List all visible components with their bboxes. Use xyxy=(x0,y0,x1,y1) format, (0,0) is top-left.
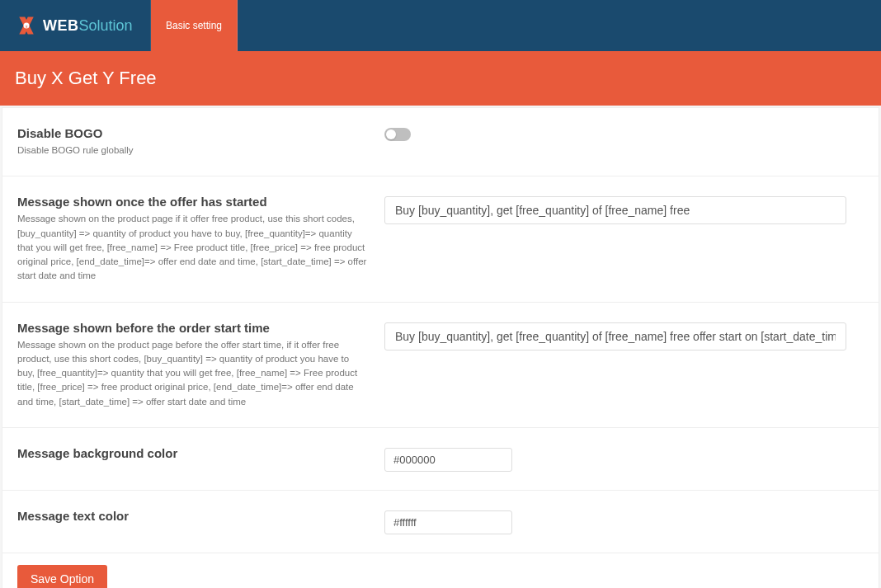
setting-bg-color: Message background color xyxy=(2,428,879,491)
disable-bogo-toggle[interactable] xyxy=(384,128,411,141)
logo: π WEBSolution xyxy=(0,0,151,51)
nav-tab-basic-setting[interactable]: Basic setting xyxy=(151,0,238,51)
setting-label: Disable BOGO xyxy=(17,126,368,140)
setting-desc: Message shown on the product page if it … xyxy=(17,212,368,283)
logo-text-1: WEB xyxy=(43,17,79,34)
bg-color-input[interactable] xyxy=(384,448,512,472)
setting-text-color: Message text color xyxy=(2,491,879,553)
logo-text-2: Solution xyxy=(79,17,133,34)
msg-before-input[interactable] xyxy=(384,322,846,350)
setting-msg-before: Message shown before the order start tim… xyxy=(2,303,879,428)
nav-tab-label: Basic setting xyxy=(166,20,222,31)
setting-label: Message shown before the order start tim… xyxy=(17,321,368,335)
setting-label: Message text color xyxy=(17,509,368,523)
setting-label: Message shown once the offer has started xyxy=(17,195,368,209)
page-title-bar: Buy X Get Y Free xyxy=(0,51,881,106)
setting-disable-bogo: Disable BOGO Disable BOGO rule globally xyxy=(2,108,879,176)
save-button[interactable]: Save Option xyxy=(17,565,107,588)
setting-desc: Disable BOGO rule globally xyxy=(17,143,368,158)
msg-started-input[interactable] xyxy=(384,196,846,224)
top-header: π WEBSolution Basic setting xyxy=(0,0,881,51)
settings-panel: Disable BOGO Disable BOGO rule globally … xyxy=(2,107,879,588)
setting-desc: Message shown on the product page before… xyxy=(17,338,368,409)
text-color-input[interactable] xyxy=(384,510,512,534)
page-title: Buy X Get Y Free xyxy=(15,68,157,88)
button-row: Save Option xyxy=(2,553,879,588)
logo-icon: π xyxy=(15,14,38,37)
setting-label: Message background color xyxy=(17,446,368,460)
setting-msg-started: Message shown once the offer has started… xyxy=(2,176,879,302)
